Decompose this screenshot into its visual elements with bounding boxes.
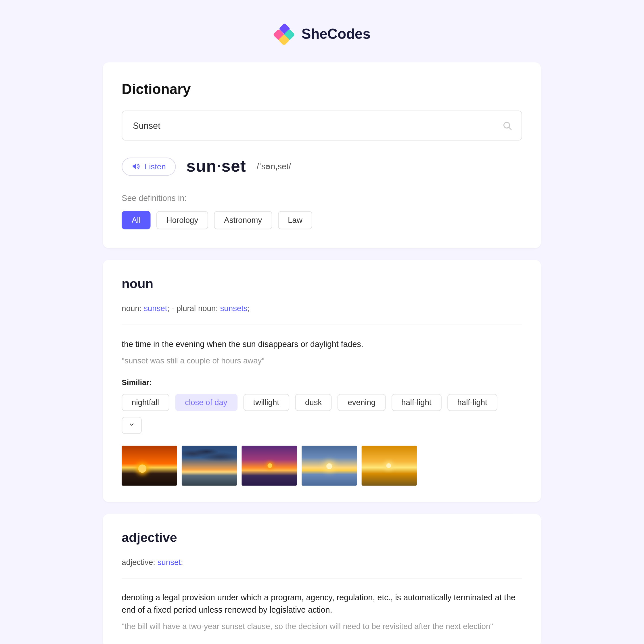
similar-chip[interactable]: dusk — [295, 394, 332, 411]
word-phonetic: /ˈsənˌset/ — [257, 162, 291, 171]
noun-forms: noun: sunset; - plural noun: sunsets; — [122, 302, 522, 315]
search-card: Dictionary Listen sun·set — [103, 62, 541, 248]
more-similar-button[interactable] — [122, 417, 142, 434]
adjective-forms: adjective: sunset; — [122, 556, 522, 569]
sound-icon — [132, 162, 140, 170]
word-syllables: sun·set — [186, 157, 246, 176]
adjective-card: adjective adjective: sunset; denoting a … — [103, 513, 541, 644]
listen-label: Listen — [145, 162, 166, 171]
svg-line-5 — [509, 127, 511, 129]
page-title: Dictionary — [122, 81, 522, 97]
image-thumbnails — [122, 445, 522, 485]
noun-definition: the time in the evening when the sun dis… — [122, 338, 522, 350]
thumbnail-image[interactable] — [182, 445, 237, 485]
similar-chip[interactable]: evening — [338, 394, 386, 411]
thumbnail-image[interactable] — [241, 445, 297, 485]
similar-chip[interactable]: half-light — [447, 394, 497, 411]
category-pill[interactable]: Law — [278, 211, 312, 229]
adjective-definition: denoting a legal provision under which a… — [122, 592, 522, 616]
similar-label: Similiar: — [122, 378, 522, 387]
search-icon[interactable] — [502, 120, 513, 131]
similar-chip-row: nightfallclose of daytwillightduskevenin… — [122, 394, 522, 434]
category-pill[interactable]: All — [122, 211, 150, 229]
category-pill[interactable]: Horology — [156, 211, 208, 229]
listen-button[interactable]: Listen — [122, 157, 176, 175]
adjective-example: "the bill will have a two-year sunset cl… — [122, 622, 522, 631]
divider — [122, 324, 522, 325]
pos-heading-noun: noun — [122, 276, 522, 292]
similar-chip[interactable]: twillight — [243, 394, 289, 411]
svg-point-4 — [504, 122, 510, 128]
brand-logo-icon — [273, 24, 295, 45]
brand-name: SheCodes — [302, 26, 371, 42]
search-wrap — [122, 110, 522, 140]
chevron-down-icon — [128, 421, 135, 428]
see-definitions-label: See definitions in: — [122, 193, 522, 203]
brand-logo: SheCodes — [0, 24, 644, 45]
category-pill[interactable]: Astronomy — [214, 211, 272, 229]
similar-chip[interactable]: nightfall — [122, 394, 169, 411]
thumbnail-image[interactable] — [302, 445, 357, 485]
category-pill-row: AllHorologyAstronomyLaw — [122, 211, 522, 229]
noun-card: noun noun: sunset; - plural noun: sunset… — [103, 260, 541, 502]
thumbnail-image[interactable] — [362, 445, 417, 485]
similar-chip[interactable]: half-light — [391, 394, 441, 411]
thumbnail-image[interactable] — [122, 445, 177, 485]
pos-heading-adjective: adjective — [122, 530, 522, 545]
search-input[interactable] — [122, 110, 522, 140]
divider — [122, 578, 522, 579]
noun-example: "sunset was still a couple of hours away… — [122, 356, 522, 365]
similar-chip[interactable]: close of day — [175, 394, 237, 411]
